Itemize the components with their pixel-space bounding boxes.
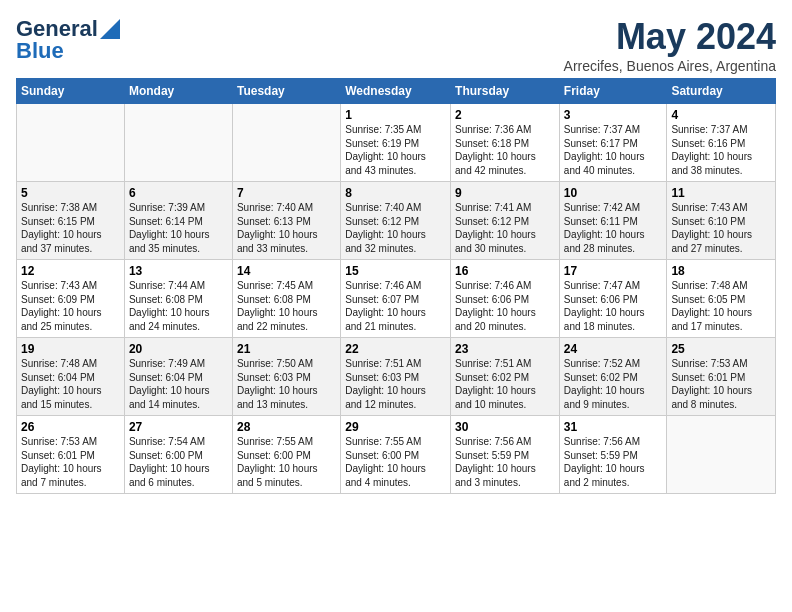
day-info: Sunrise: 7:56 AM Sunset: 5:59 PM Dayligh… xyxy=(564,435,663,489)
calendar-cell: 29Sunrise: 7:55 AM Sunset: 6:00 PM Dayli… xyxy=(341,416,451,494)
day-info: Sunrise: 7:40 AM Sunset: 6:12 PM Dayligh… xyxy=(345,201,446,255)
calendar-cell: 4Sunrise: 7:37 AM Sunset: 6:16 PM Daylig… xyxy=(667,104,776,182)
week-row-2: 5Sunrise: 7:38 AM Sunset: 6:15 PM Daylig… xyxy=(17,182,776,260)
day-info: Sunrise: 7:43 AM Sunset: 6:10 PM Dayligh… xyxy=(671,201,771,255)
day-number: 8 xyxy=(345,186,446,200)
header-day-friday: Friday xyxy=(559,79,667,104)
day-number: 14 xyxy=(237,264,336,278)
day-info: Sunrise: 7:51 AM Sunset: 6:02 PM Dayligh… xyxy=(455,357,555,411)
header-row: SundayMondayTuesdayWednesdayThursdayFrid… xyxy=(17,79,776,104)
calendar-cell: 20Sunrise: 7:49 AM Sunset: 6:04 PM Dayli… xyxy=(124,338,232,416)
calendar-cell: 30Sunrise: 7:56 AM Sunset: 5:59 PM Dayli… xyxy=(451,416,560,494)
day-number: 27 xyxy=(129,420,228,434)
calendar-cell: 21Sunrise: 7:50 AM Sunset: 6:03 PM Dayli… xyxy=(232,338,340,416)
calendar-cell: 1Sunrise: 7:35 AM Sunset: 6:19 PM Daylig… xyxy=(341,104,451,182)
week-row-1: 1Sunrise: 7:35 AM Sunset: 6:19 PM Daylig… xyxy=(17,104,776,182)
calendar-cell: 9Sunrise: 7:41 AM Sunset: 6:12 PM Daylig… xyxy=(451,182,560,260)
day-number: 22 xyxy=(345,342,446,356)
calendar-cell: 31Sunrise: 7:56 AM Sunset: 5:59 PM Dayli… xyxy=(559,416,667,494)
day-info: Sunrise: 7:50 AM Sunset: 6:03 PM Dayligh… xyxy=(237,357,336,411)
day-info: Sunrise: 7:55 AM Sunset: 6:00 PM Dayligh… xyxy=(237,435,336,489)
calendar-cell: 28Sunrise: 7:55 AM Sunset: 6:00 PM Dayli… xyxy=(232,416,340,494)
calendar-cell: 12Sunrise: 7:43 AM Sunset: 6:09 PM Dayli… xyxy=(17,260,125,338)
day-number: 17 xyxy=(564,264,663,278)
calendar-cell xyxy=(17,104,125,182)
day-info: Sunrise: 7:52 AM Sunset: 6:02 PM Dayligh… xyxy=(564,357,663,411)
day-info: Sunrise: 7:48 AM Sunset: 6:05 PM Dayligh… xyxy=(671,279,771,333)
calendar-cell: 19Sunrise: 7:48 AM Sunset: 6:04 PM Dayli… xyxy=(17,338,125,416)
calendar-cell: 17Sunrise: 7:47 AM Sunset: 6:06 PM Dayli… xyxy=(559,260,667,338)
calendar-cell: 24Sunrise: 7:52 AM Sunset: 6:02 PM Dayli… xyxy=(559,338,667,416)
day-number: 18 xyxy=(671,264,771,278)
day-info: Sunrise: 7:53 AM Sunset: 6:01 PM Dayligh… xyxy=(21,435,120,489)
day-number: 9 xyxy=(455,186,555,200)
day-number: 11 xyxy=(671,186,771,200)
day-number: 19 xyxy=(21,342,120,356)
calendar-cell: 5Sunrise: 7:38 AM Sunset: 6:15 PM Daylig… xyxy=(17,182,125,260)
day-info: Sunrise: 7:36 AM Sunset: 6:18 PM Dayligh… xyxy=(455,123,555,177)
day-info: Sunrise: 7:42 AM Sunset: 6:11 PM Dayligh… xyxy=(564,201,663,255)
calendar-cell xyxy=(124,104,232,182)
calendar-table: SundayMondayTuesdayWednesdayThursdayFrid… xyxy=(16,78,776,494)
week-row-4: 19Sunrise: 7:48 AM Sunset: 6:04 PM Dayli… xyxy=(17,338,776,416)
calendar-cell: 14Sunrise: 7:45 AM Sunset: 6:08 PM Dayli… xyxy=(232,260,340,338)
calendar-cell: 18Sunrise: 7:48 AM Sunset: 6:05 PM Dayli… xyxy=(667,260,776,338)
header-day-sunday: Sunday xyxy=(17,79,125,104)
logo: General Blue xyxy=(16,16,120,64)
day-number: 15 xyxy=(345,264,446,278)
day-info: Sunrise: 7:55 AM Sunset: 6:00 PM Dayligh… xyxy=(345,435,446,489)
header-day-wednesday: Wednesday xyxy=(341,79,451,104)
day-info: Sunrise: 7:46 AM Sunset: 6:07 PM Dayligh… xyxy=(345,279,446,333)
day-info: Sunrise: 7:51 AM Sunset: 6:03 PM Dayligh… xyxy=(345,357,446,411)
page-header: General Blue May 2024 Arrecifes, Buenos … xyxy=(16,16,776,74)
calendar-cell: 6Sunrise: 7:39 AM Sunset: 6:14 PM Daylig… xyxy=(124,182,232,260)
day-number: 31 xyxy=(564,420,663,434)
day-info: Sunrise: 7:35 AM Sunset: 6:19 PM Dayligh… xyxy=(345,123,446,177)
header-day-monday: Monday xyxy=(124,79,232,104)
calendar-cell: 3Sunrise: 7:37 AM Sunset: 6:17 PM Daylig… xyxy=(559,104,667,182)
day-info: Sunrise: 7:43 AM Sunset: 6:09 PM Dayligh… xyxy=(21,279,120,333)
day-info: Sunrise: 7:47 AM Sunset: 6:06 PM Dayligh… xyxy=(564,279,663,333)
day-info: Sunrise: 7:39 AM Sunset: 6:14 PM Dayligh… xyxy=(129,201,228,255)
logo-arrow-icon xyxy=(100,19,120,39)
calendar-cell: 22Sunrise: 7:51 AM Sunset: 6:03 PM Dayli… xyxy=(341,338,451,416)
day-info: Sunrise: 7:54 AM Sunset: 6:00 PM Dayligh… xyxy=(129,435,228,489)
calendar-cell: 8Sunrise: 7:40 AM Sunset: 6:12 PM Daylig… xyxy=(341,182,451,260)
day-number: 6 xyxy=(129,186,228,200)
day-info: Sunrise: 7:41 AM Sunset: 6:12 PM Dayligh… xyxy=(455,201,555,255)
day-number: 4 xyxy=(671,108,771,122)
day-number: 28 xyxy=(237,420,336,434)
day-number: 24 xyxy=(564,342,663,356)
calendar-cell: 11Sunrise: 7:43 AM Sunset: 6:10 PM Dayli… xyxy=(667,182,776,260)
day-number: 5 xyxy=(21,186,120,200)
page-title: May 2024 xyxy=(564,16,776,58)
day-number: 13 xyxy=(129,264,228,278)
header-day-saturday: Saturday xyxy=(667,79,776,104)
day-info: Sunrise: 7:56 AM Sunset: 5:59 PM Dayligh… xyxy=(455,435,555,489)
day-info: Sunrise: 7:40 AM Sunset: 6:13 PM Dayligh… xyxy=(237,201,336,255)
day-number: 3 xyxy=(564,108,663,122)
day-number: 10 xyxy=(564,186,663,200)
calendar-cell: 15Sunrise: 7:46 AM Sunset: 6:07 PM Dayli… xyxy=(341,260,451,338)
svg-marker-0 xyxy=(100,19,120,39)
day-number: 21 xyxy=(237,342,336,356)
day-number: 7 xyxy=(237,186,336,200)
calendar-cell: 7Sunrise: 7:40 AM Sunset: 6:13 PM Daylig… xyxy=(232,182,340,260)
day-number: 29 xyxy=(345,420,446,434)
calendar-cell: 13Sunrise: 7:44 AM Sunset: 6:08 PM Dayli… xyxy=(124,260,232,338)
day-number: 12 xyxy=(21,264,120,278)
day-number: 20 xyxy=(129,342,228,356)
day-info: Sunrise: 7:48 AM Sunset: 6:04 PM Dayligh… xyxy=(21,357,120,411)
week-row-3: 12Sunrise: 7:43 AM Sunset: 6:09 PM Dayli… xyxy=(17,260,776,338)
day-info: Sunrise: 7:37 AM Sunset: 6:16 PM Dayligh… xyxy=(671,123,771,177)
day-number: 2 xyxy=(455,108,555,122)
day-number: 25 xyxy=(671,342,771,356)
day-number: 23 xyxy=(455,342,555,356)
day-info: Sunrise: 7:45 AM Sunset: 6:08 PM Dayligh… xyxy=(237,279,336,333)
day-info: Sunrise: 7:46 AM Sunset: 6:06 PM Dayligh… xyxy=(455,279,555,333)
calendar-cell: 27Sunrise: 7:54 AM Sunset: 6:00 PM Dayli… xyxy=(124,416,232,494)
calendar-cell: 26Sunrise: 7:53 AM Sunset: 6:01 PM Dayli… xyxy=(17,416,125,494)
day-info: Sunrise: 7:53 AM Sunset: 6:01 PM Dayligh… xyxy=(671,357,771,411)
day-number: 30 xyxy=(455,420,555,434)
day-info: Sunrise: 7:38 AM Sunset: 6:15 PM Dayligh… xyxy=(21,201,120,255)
